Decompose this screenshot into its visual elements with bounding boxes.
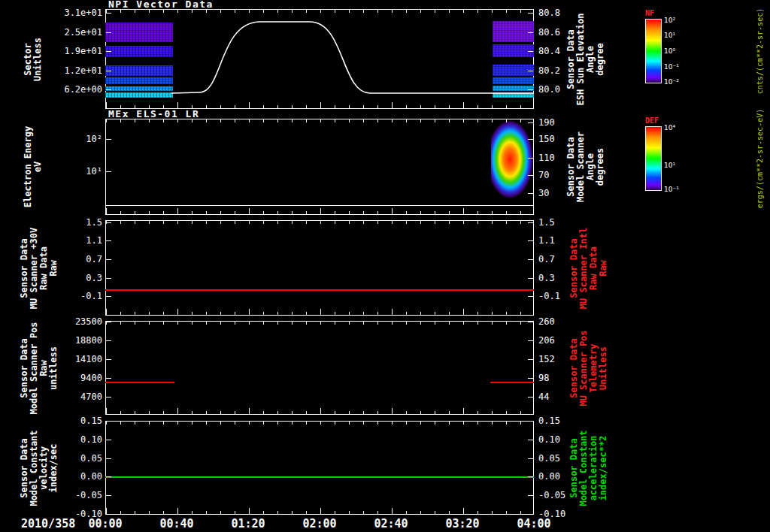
panel3-right-tick-label: 1.5 bbox=[538, 218, 584, 227]
panel4-data-line bbox=[490, 382, 534, 383]
panel2-left-tick-mark bbox=[106, 171, 111, 172]
panel5-left-axis-label: Sensor Data Model Constant velocity inde… bbox=[20, 430, 59, 506]
panel3-left-axis-label: Sensor Data MU Scanner +30V Raw Data Raw bbox=[20, 227, 59, 308]
panel4-left-tick-mark bbox=[106, 322, 111, 322]
panel2-right-tick-label: 190 bbox=[538, 118, 584, 127]
def-colorbar-units-label: ergs/(cm**2-sr-sec-eV) bbox=[755, 109, 765, 208]
panel5-left-tick-mark bbox=[106, 458, 111, 459]
panel4-right-tick-label: 260 bbox=[538, 317, 584, 326]
panel2-right-axis-label: Sensor Data Model Scanner Angle degrees bbox=[566, 131, 605, 202]
panel3-plot-frame bbox=[105, 220, 534, 316]
panel3-right-tick-mark bbox=[528, 296, 533, 297]
panel3-right-axis-label: Sensor Data MU Scanner Intl Raw Data Raw bbox=[569, 227, 608, 308]
panel1-x-minor-ticks-top bbox=[106, 10, 533, 13]
panel1-left-tick-label: 3.1e+01 bbox=[30, 8, 102, 17]
panel5-right-tick-label: 0.15 bbox=[538, 416, 584, 425]
panel1-left-tick-label: 6.2e+00 bbox=[30, 85, 102, 94]
def-colorbar-tick-label: 10¹ bbox=[664, 162, 675, 169]
panel5-left-tick-mark bbox=[106, 421, 111, 422]
panel5-x-major-ticks bbox=[106, 508, 533, 514]
panel4-left-tick-mark bbox=[106, 359, 111, 360]
nf-colorbar-tick-label: 10⁻¹ bbox=[664, 63, 679, 71]
nf-colorbar-tick-label: 10⁻² bbox=[664, 78, 679, 86]
time-tick-label: 02:00 bbox=[302, 517, 336, 530]
panel2-x-major-ticks bbox=[106, 208, 533, 214]
panel1-curve-svg bbox=[105, 9, 534, 109]
panel5-right-tick-mark bbox=[528, 440, 533, 440]
panel4-left-axis-label: Sensor Data Model Scanner Pos Raw unitle… bbox=[20, 322, 59, 414]
panel3-right-tick-mark bbox=[528, 278, 533, 279]
panel2-right-tick-mark bbox=[528, 122, 533, 123]
panel2-data-line bbox=[105, 205, 534, 206]
panel1-line-curve bbox=[105, 9, 534, 109]
nf-colorbar-gradient bbox=[646, 20, 661, 83]
panel1-title: NPI Vector Data bbox=[108, 0, 214, 10]
time-tick-label: 02:40 bbox=[374, 517, 408, 530]
panel5-x-minor-ticks-top bbox=[106, 422, 533, 425]
panel3-x-minor-ticks-top bbox=[106, 221, 533, 224]
panel3-right-tick-mark bbox=[528, 240, 533, 241]
panel1-right-tick-mark bbox=[528, 51, 533, 52]
panel5-left-tick-mark bbox=[106, 440, 111, 440]
def-colorbar-title: DEF bbox=[645, 116, 659, 125]
panel5-right-axis-label: Sensor Data Model Constant acceleration … bbox=[569, 430, 608, 506]
panel5-left-tick-mark bbox=[106, 495, 111, 496]
time-tick-label: 01:20 bbox=[231, 517, 265, 530]
panel2-title: MEx ELS-01 LR bbox=[108, 108, 199, 119]
panel3-data-line bbox=[105, 289, 534, 291]
panel4-data-line bbox=[105, 382, 174, 383]
panel4-plot-frame bbox=[105, 321, 534, 415]
time-tick-label: 00:00 bbox=[88, 517, 122, 530]
panel4-left-tick-mark bbox=[106, 340, 111, 341]
science-plot-screen: 2010/358 3.1e+012.5e+011.9e+011.2e+016.2… bbox=[0, 0, 770, 532]
def-colorbar-tick-label: 10⁻¹ bbox=[664, 186, 679, 193]
panel2-left-axis-label: Electron Energy eV bbox=[23, 126, 43, 207]
panel5-right-tick-mark bbox=[528, 421, 533, 422]
panel5-right-tick-mark bbox=[528, 476, 533, 477]
nf-colorbar-tick-label: 10¹ bbox=[664, 32, 675, 39]
panel1-left-tick-mark bbox=[106, 13, 111, 14]
panel5-data-line bbox=[105, 476, 534, 478]
panel3-left-tick-mark bbox=[106, 240, 111, 241]
panel4-right-tick-mark bbox=[528, 397, 533, 397]
panel2-right-tick-mark bbox=[528, 158, 533, 159]
panel4-right-tick-mark bbox=[528, 359, 533, 360]
panel2-spectrogram-blob bbox=[491, 120, 533, 213]
panel3-x-major-ticks bbox=[106, 309, 533, 315]
panel4-x-minor-ticks-top bbox=[106, 322, 533, 325]
panel2-right-tick-mark bbox=[528, 193, 533, 194]
panel4-left-tick-mark bbox=[106, 378, 111, 379]
panel5-left-tick-label: 0.15 bbox=[30, 416, 102, 425]
panel1-left-tick-mark bbox=[106, 89, 111, 90]
nf-colorbar-tick-label: 10² bbox=[664, 17, 675, 24]
panel1-right-axis-label: Sensor Data ESH Sun Elevation Angle degr… bbox=[566, 13, 605, 105]
panel4-right-tick-mark bbox=[528, 378, 533, 379]
panel3-left-tick-mark bbox=[106, 222, 111, 223]
panel2-right-tick-mark bbox=[528, 139, 533, 140]
panel1-right-tick-mark bbox=[528, 89, 533, 90]
panel4-right-tick-mark bbox=[528, 340, 533, 341]
panel1-right-tick-mark bbox=[528, 32, 533, 33]
nf-colorbar-title: NF bbox=[645, 9, 654, 17]
panel1-left-tick-mark bbox=[106, 71, 111, 71]
panel1-x-major-ticks bbox=[106, 102, 533, 108]
time-tick-label: 03:20 bbox=[445, 517, 479, 530]
nf-colorbar-tick-label: 10⁰ bbox=[664, 47, 675, 55]
panel3-left-tick-mark bbox=[106, 259, 111, 260]
time-tick-label: 00:40 bbox=[159, 517, 193, 530]
panel5-plot-frame bbox=[105, 421, 534, 515]
panel5-right-tick-mark bbox=[528, 495, 533, 496]
panel3-right-tick-mark bbox=[528, 222, 533, 223]
panel1-right-tick-mark bbox=[528, 71, 533, 71]
panel5-right-tick-mark bbox=[528, 514, 533, 515]
def-colorbar-gradient bbox=[646, 127, 661, 190]
nf-colorbar bbox=[645, 19, 662, 83]
panel5-left-tick-mark bbox=[106, 514, 111, 515]
panel2-left-tick-mark bbox=[106, 139, 111, 140]
date-label: 2010/358 bbox=[21, 517, 75, 530]
panel4-right-tick-mark bbox=[528, 322, 533, 322]
panel4-right-axis-label: Sensor Data MU Scanner Pos Telemetry Uni… bbox=[569, 330, 608, 406]
panel1-left-tick-mark bbox=[106, 51, 111, 52]
panel2-right-tick-mark bbox=[528, 175, 533, 176]
panel3-left-tick-mark bbox=[106, 296, 111, 297]
